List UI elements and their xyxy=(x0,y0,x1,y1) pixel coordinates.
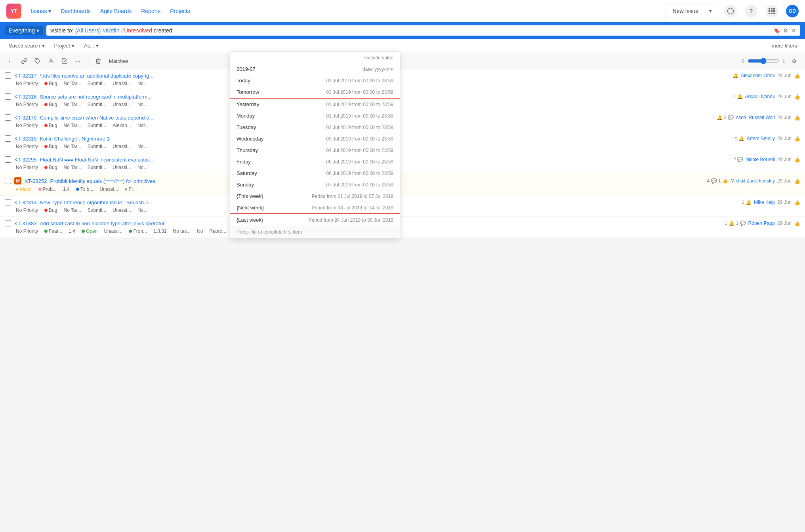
dropdown-item-today[interactable]: Today 02 Jul 2019 from 00:00 to 23:59 xyxy=(230,75,400,86)
sort-slider[interactable] xyxy=(748,58,779,64)
dropdown-item-this-week[interactable]: {This week} Period from 01 Jul 2019 to 0… xyxy=(230,190,400,202)
extra-tag: ● Fr... xyxy=(123,186,138,192)
assignee-name[interactable]: Arkadii Ivanov xyxy=(745,94,775,99)
assignee-filter[interactable]: As... ▾ xyxy=(80,41,103,50)
issue-checkbox[interactable] xyxy=(5,199,11,205)
issue-id[interactable]: KT-32295 xyxy=(14,157,36,163)
table-row[interactable]: KT-31883 Add smart cast to non-nullable … xyxy=(0,217,805,238)
issue-right: 1 🔔 Mike Kelp 29 Jun 👍 xyxy=(742,200,800,205)
bookmark-icon[interactable]: 🔖 xyxy=(773,27,780,34)
issue-checkbox[interactable] xyxy=(5,135,11,142)
terminal-icon[interactable]: ›_ xyxy=(5,55,17,66)
assignee-tag: Unassi... xyxy=(111,80,133,87)
table-row[interactable]: KT-32317 *.kts files receive an addition… xyxy=(0,69,805,90)
assignee-name[interactable]: Russell Wolf xyxy=(749,115,775,120)
user-icon[interactable] xyxy=(45,55,57,66)
link-icon[interactable] xyxy=(18,55,30,66)
new-issue-label[interactable]: New Issue xyxy=(666,4,705,18)
issue-checkbox[interactable] xyxy=(5,156,11,163)
nav-dashboards[interactable]: Dashboards xyxy=(59,8,92,14)
sort-settings-icon[interactable]: ⚙ xyxy=(788,55,800,66)
assignee-name[interactable]: Artem Smoliy xyxy=(747,136,775,141)
assignee-name[interactable]: Mikhail Zarechenskiy xyxy=(731,178,775,184)
nav-agile-boards[interactable]: Agile Boards xyxy=(99,8,133,14)
table-row[interactable]: KT-32170 Compile-time crash when Native … xyxy=(0,111,805,132)
issue-id[interactable]: KT-32170 xyxy=(14,115,36,121)
user-avatar[interactable]: OD xyxy=(786,5,799,17)
dropdown-item-wednesday[interactable]: Wednesday 03 Jul 2019 from 00:00 to 23:5… xyxy=(230,133,400,144)
dropdown-footer: Press ↹ to complete first item xyxy=(230,226,400,238)
dropdown-item-monday[interactable]: Monday 01 Jul 2019 from 00:00 to 23:59 xyxy=(230,110,400,122)
issue-id[interactable]: KT-32317 xyxy=(14,73,36,79)
dropdown-item-next-week[interactable]: {Next week} Period from 08 Jul 2019 to 1… xyxy=(230,202,400,214)
dropdown-item-thursday[interactable]: Thursday 04 Jul 2019 from 00:00 to 23:59 xyxy=(230,144,400,156)
table-row[interactable]: KT-32315 Kotlin Challenge : Nightmare 1 … xyxy=(0,132,805,153)
delete-button[interactable] xyxy=(92,55,104,66)
issue-checkbox[interactable] xyxy=(5,178,11,184)
date-dropdown: - exclude value 2019-07 date: yyyy-mm To… xyxy=(230,51,400,238)
dropdown-item-exclude[interactable]: - exclude value xyxy=(230,52,400,63)
saved-search-filter[interactable]: Saved search ▾ xyxy=(5,41,49,50)
svg-rect-5 xyxy=(771,10,773,12)
search-input-wrapper[interactable]: visible to: {All Users} #Kotlin #Unresol… xyxy=(46,25,800,36)
issue-checkbox[interactable] xyxy=(5,93,11,100)
table-row[interactable]: KT-32295 Float.NaN === Float.NaN inconsi… xyxy=(0,153,805,174)
nav-reports[interactable]: Reports xyxy=(139,8,162,14)
submitter-tag: Open xyxy=(80,228,99,234)
issue-checkbox[interactable] xyxy=(5,72,11,79)
nav-issues[interactable]: Issues ▾ xyxy=(29,8,53,14)
assignee-name[interactable]: Róbert Papp xyxy=(748,220,775,226)
type-tag: Prob... xyxy=(37,186,58,192)
dropdown-item-saturday[interactable]: Saturday 06 Jul 2019 from 00:00 to 23:59 xyxy=(230,167,400,179)
dropdown-item-tomorrow[interactable]: Tomorrow 03 Jul 2019 from 00:00 to 23:59 xyxy=(230,86,400,99)
thumbup-icon[interactable]: 👍 xyxy=(794,157,800,163)
more-filters[interactable]: more filters xyxy=(769,41,800,50)
apps-icon[interactable] xyxy=(765,5,778,17)
thumbup-icon[interactable]: 👍 xyxy=(794,200,800,205)
dropdown-item-yesterday[interactable]: Yesterday 01 Jul 2019 from 00:00 to 23:5… xyxy=(230,99,400,110)
table-row[interactable]: M KT-28252 Prohibit identity equals (===… xyxy=(0,174,805,196)
dropdown-item-tuesday[interactable]: Tuesday 02 Jul 2019 from 00:00 to 23:59 xyxy=(230,122,400,133)
issue-id[interactable]: KT-32314 xyxy=(14,200,36,205)
thumbup-icon[interactable]: 👍 xyxy=(794,115,800,121)
assignee-name[interactable]: Nicole Borrelli xyxy=(746,157,775,162)
assignee-tag: Unassi... xyxy=(111,101,133,108)
type-tag: Bug xyxy=(43,143,59,150)
submitter-tag: Submit... xyxy=(86,80,108,87)
nav-projects[interactable]: Projects xyxy=(168,8,192,14)
app-logo[interactable]: YT xyxy=(6,4,21,19)
assignee-name[interactable]: Mike Kelp xyxy=(754,200,775,205)
project-filter[interactable]: Project ▾ xyxy=(50,41,78,50)
issue-checkbox[interactable] xyxy=(5,220,11,226)
issue-id[interactable]: KT-32316 xyxy=(14,94,36,100)
dropdown-item-last-week[interactable]: {Last week} Period from 24 Jun 2019 to 3… xyxy=(230,214,400,226)
thumbup-icon[interactable]: 👍 xyxy=(794,73,800,79)
table-row[interactable]: KT-32314 New Type Inference Algorithm Is… xyxy=(0,196,805,217)
notifications-icon[interactable] xyxy=(724,5,737,17)
everything-button[interactable]: Everything ▾ xyxy=(5,26,43,35)
issue-id[interactable]: KT-28252 xyxy=(25,178,47,184)
issue-checkbox[interactable] xyxy=(5,114,11,121)
thumbup-icon[interactable]: 👍 xyxy=(794,94,800,100)
priority-tag: No Priority xyxy=(14,122,40,129)
thumbup-icon[interactable]: 👍 xyxy=(794,178,800,184)
assignee-tag: Alexan... xyxy=(111,122,133,129)
table-row[interactable]: KT-32316 Source sets are not recognised … xyxy=(0,90,805,111)
new-issue-button[interactable]: New Issue ▾ xyxy=(666,4,716,18)
dropdown-item-date-format[interactable]: 2019-07 date: yyyy-mm xyxy=(230,63,400,75)
issue-id[interactable]: KT-32315 xyxy=(14,136,36,142)
dropdown-item-sunday[interactable]: Sunday 07 Jul 2019 from 00:00 to 23:59 xyxy=(230,179,400,190)
assignee-name[interactable]: Alexander Orlov xyxy=(741,73,775,78)
help-icon[interactable]: ? xyxy=(745,5,757,17)
thumbup-icon[interactable]: 👍 xyxy=(794,136,800,142)
close-icon[interactable]: ✕ xyxy=(792,27,796,34)
filter-icon[interactable]: ⚙ xyxy=(783,27,788,34)
new-issue-dropdown-arrow[interactable]: ▾ xyxy=(705,4,716,18)
state-icon[interactable] xyxy=(59,55,71,66)
thumbup-icon[interactable]: 👍 xyxy=(794,220,800,226)
more-actions-icon[interactable]: ··· xyxy=(72,55,84,66)
issue-id[interactable]: KT-31883 xyxy=(14,220,36,226)
svg-point-0 xyxy=(728,8,734,14)
dropdown-item-friday[interactable]: Friday 05 Jul 2019 from 00:00 to 23:59 xyxy=(230,156,400,167)
tag-icon[interactable] xyxy=(32,55,44,66)
